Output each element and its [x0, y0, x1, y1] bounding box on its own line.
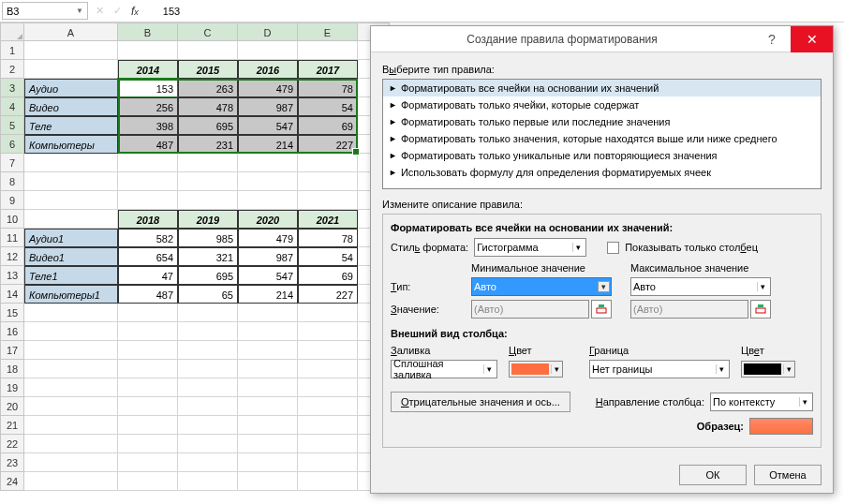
- cell[interactable]: 54: [298, 247, 358, 266]
- cell[interactable]: [178, 360, 238, 378]
- cell[interactable]: 78: [298, 79, 358, 97]
- cell[interactable]: [24, 154, 118, 172]
- row-header[interactable]: 20: [0, 397, 24, 416]
- min-type-select[interactable]: Авто▾: [471, 277, 612, 296]
- cell[interactable]: [24, 60, 118, 79]
- row-header[interactable]: 1: [0, 41, 24, 60]
- cell[interactable]: [118, 172, 178, 191]
- cell[interactable]: [238, 378, 298, 397]
- cell[interactable]: [298, 172, 358, 191]
- cell[interactable]: [24, 453, 118, 472]
- column-header[interactable]: C: [178, 22, 238, 41]
- column-header[interactable]: A: [24, 22, 118, 41]
- cell[interactable]: [118, 154, 178, 172]
- row-header[interactable]: 17: [0, 341, 24, 360]
- row-header[interactable]: 7: [0, 154, 24, 172]
- cell[interactable]: [24, 41, 118, 60]
- close-icon[interactable]: ✕: [791, 26, 833, 52]
- cell[interactable]: Теле1: [24, 266, 118, 285]
- cell[interactable]: [298, 435, 358, 453]
- row-header[interactable]: 22: [0, 435, 24, 453]
- cell[interactable]: 2016: [238, 60, 298, 79]
- dialog-titlebar[interactable]: Создание правила форматирования ? ✕: [371, 26, 833, 52]
- cell[interactable]: 153: [118, 79, 178, 97]
- cell[interactable]: [238, 453, 298, 472]
- cell[interactable]: 547: [238, 116, 298, 135]
- cell[interactable]: Видео: [24, 97, 118, 116]
- cell[interactable]: [298, 191, 358, 210]
- fill-type-select[interactable]: Сплошная заливка▾: [391, 360, 497, 378]
- cell[interactable]: 398: [118, 116, 178, 135]
- cell[interactable]: 985: [178, 229, 238, 247]
- cell[interactable]: Аудио1: [24, 229, 118, 247]
- border-color-picker[interactable]: ▾: [741, 361, 795, 378]
- cell[interactable]: Компьютеры1: [24, 285, 118, 304]
- cell[interactable]: [24, 397, 118, 416]
- cell[interactable]: [298, 416, 358, 435]
- cell[interactable]: [298, 378, 358, 397]
- row-header[interactable]: 5: [0, 116, 24, 135]
- ok-button[interactable]: ОК: [679, 465, 747, 485]
- cell[interactable]: [178, 154, 238, 172]
- cell[interactable]: [298, 304, 358, 322]
- cell[interactable]: [118, 472, 178, 491]
- cell[interactable]: [24, 378, 118, 397]
- cell[interactable]: Компьютеры: [24, 135, 118, 154]
- cell[interactable]: [298, 154, 358, 172]
- cell[interactable]: [118, 397, 178, 416]
- max-value-input[interactable]: (Авто): [630, 300, 748, 319]
- cell[interactable]: 214: [238, 135, 298, 154]
- cell[interactable]: [238, 191, 298, 210]
- fill-color-picker[interactable]: ▾: [509, 361, 563, 378]
- cell[interactable]: [298, 360, 358, 378]
- cell[interactable]: [298, 322, 358, 341]
- cell[interactable]: [24, 416, 118, 435]
- column-header[interactable]: B: [118, 22, 178, 41]
- cell[interactable]: 256: [118, 97, 178, 116]
- cell[interactable]: [24, 341, 118, 360]
- cell[interactable]: [118, 191, 178, 210]
- cell[interactable]: 54: [298, 97, 358, 116]
- cell[interactable]: 479: [238, 229, 298, 247]
- rule-type-item[interactable]: ►Форматировать все ячейки на основании и…: [383, 80, 821, 96]
- row-header[interactable]: 23: [0, 453, 24, 472]
- cell[interactable]: [238, 397, 298, 416]
- cell[interactable]: [178, 416, 238, 435]
- rule-type-list[interactable]: ►Форматировать все ячейки на основании и…: [382, 79, 822, 189]
- cell[interactable]: [238, 41, 298, 60]
- rule-type-item[interactable]: ►Форматировать только уникальные или пов…: [383, 147, 821, 164]
- cell[interactable]: [178, 397, 238, 416]
- cell[interactable]: [238, 472, 298, 491]
- cancel-icon[interactable]: ✕: [96, 5, 104, 17]
- cancel-button[interactable]: Отмена: [754, 465, 822, 485]
- cell[interactable]: [24, 191, 118, 210]
- row-header[interactable]: 3: [0, 79, 24, 97]
- cell[interactable]: 654: [118, 247, 178, 266]
- cell[interactable]: [178, 41, 238, 60]
- formula-value[interactable]: 153: [146, 6, 844, 17]
- cell[interactable]: [238, 341, 298, 360]
- cell[interactable]: 478: [178, 97, 238, 116]
- cell[interactable]: 65: [178, 285, 238, 304]
- max-type-select[interactable]: Авто▾: [630, 277, 771, 296]
- cell[interactable]: 2014: [118, 60, 178, 79]
- row-header[interactable]: 13: [0, 266, 24, 285]
- cell[interactable]: [238, 416, 298, 435]
- row-header[interactable]: 11: [0, 229, 24, 247]
- cell[interactable]: 2017: [298, 60, 358, 79]
- row-header[interactable]: 14: [0, 285, 24, 304]
- cell[interactable]: [24, 472, 118, 491]
- cell[interactable]: [118, 435, 178, 453]
- cell[interactable]: 69: [298, 266, 358, 285]
- cell[interactable]: 695: [178, 266, 238, 285]
- cell[interactable]: 227: [298, 135, 358, 154]
- cell[interactable]: [118, 360, 178, 378]
- cell[interactable]: [178, 341, 238, 360]
- cell[interactable]: [118, 453, 178, 472]
- format-style-select[interactable]: Гистограмма▾: [474, 238, 586, 257]
- cell[interactable]: Теле: [24, 116, 118, 135]
- show-bar-only-checkbox[interactable]: [607, 242, 619, 254]
- cell[interactable]: [238, 435, 298, 453]
- border-type-select[interactable]: Нет границы▾: [589, 360, 730, 378]
- cell[interactable]: [178, 322, 238, 341]
